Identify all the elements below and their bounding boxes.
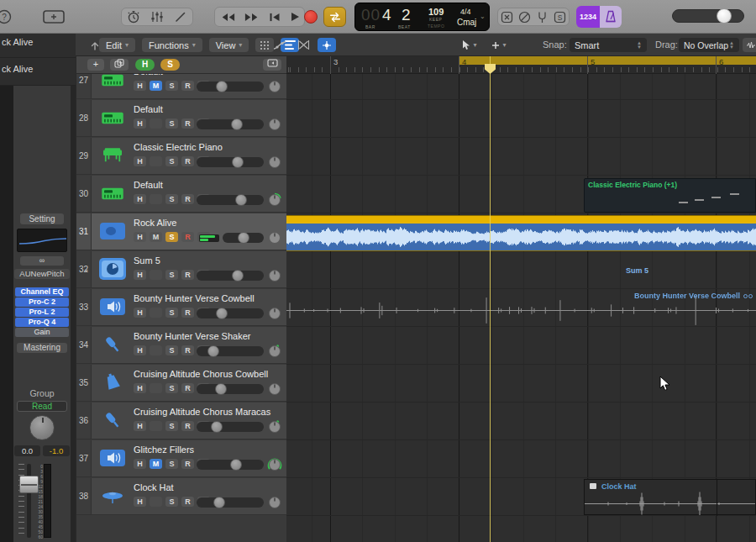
view-menu[interactable]: View▾ <box>209 38 249 52</box>
cycle-button[interactable] <box>323 7 346 27</box>
mute-button[interactable]: M <box>150 497 162 507</box>
track-name[interactable]: Bounty Hunter Verse Cowbell <box>134 293 255 303</box>
track-name[interactable]: Classic Electric Piano <box>134 142 223 152</box>
playhead-marker[interactable] <box>485 64 496 74</box>
track-name[interactable]: Clock Hat <box>134 482 174 492</box>
synth-icon[interactable] <box>99 182 126 204</box>
pan-knob[interactable] <box>29 415 55 440</box>
track-pan-knob[interactable] <box>267 155 282 170</box>
track-name[interactable]: Glitchez Fillers <box>134 445 194 455</box>
drag-dropdown[interactable]: No Overlap ▲▼ <box>679 38 739 52</box>
track-volume-slider[interactable] <box>197 460 264 470</box>
volume-value[interactable]: 0.0 <box>14 445 40 456</box>
track-volume-knob[interactable] <box>207 345 219 357</box>
hide-button[interactable]: H <box>134 459 146 469</box>
track-volume-slider[interactable] <box>197 497 264 508</box>
global-solo-button[interactable]: S <box>160 59 180 71</box>
solo-button[interactable]: S <box>165 383 178 393</box>
synth-icon[interactable] <box>99 107 126 129</box>
track-volume-slider[interactable] <box>223 233 264 243</box>
shaker-icon[interactable] <box>99 334 126 355</box>
hide-button[interactable]: H <box>134 232 146 242</box>
solo-button[interactable]: S <box>165 459 178 469</box>
audio-region-clock-hat[interactable]: Clock Hat <box>584 479 756 515</box>
no-entry-icon[interactable] <box>518 11 531 24</box>
track-name[interactable]: Rock Alive <box>134 218 176 228</box>
track-pan-knob[interactable] <box>267 382 282 397</box>
track-volume-slider[interactable] <box>197 119 264 129</box>
stopwatch-icon[interactable] <box>127 10 140 24</box>
track-pan-knob[interactable] <box>267 79 282 94</box>
record-enable-button[interactable]: R <box>181 194 194 204</box>
eq-thumbnail[interactable] <box>17 229 67 252</box>
record-enable-button[interactable]: R <box>181 118 194 129</box>
epiano-icon[interactable] <box>99 145 126 166</box>
shaker-icon[interactable] <box>99 409 126 431</box>
solo-button[interactable]: S <box>165 232 178 242</box>
mute-button[interactable]: M <box>150 421 162 431</box>
audio-region-rock-alive[interactable] <box>286 216 756 250</box>
record-enable-button[interactable]: R <box>181 345 194 355</box>
plugin-slot-gain[interactable]: Gain <box>15 328 69 337</box>
metronome-button[interactable] <box>600 6 622 28</box>
track-inspector-title[interactable]: ck Alive <box>2 64 33 74</box>
plugin-slot-pro-l-2[interactable]: Pro-L 2 <box>15 308 69 317</box>
flex-button[interactable] <box>294 38 312 52</box>
track-pan-knob[interactable] <box>267 117 282 132</box>
stack-label-sum-5[interactable]: Sum 5 <box>626 266 648 275</box>
record-enable-button[interactable]: R <box>181 421 194 431</box>
solo-button[interactable]: S <box>165 308 178 318</box>
track-pan-knob[interactable] <box>267 344 282 359</box>
record-enable-button[interactable]: R <box>181 270 194 280</box>
cycle-range[interactable] <box>459 56 756 65</box>
cowbell-icon[interactable] <box>99 371 126 393</box>
record-enable-button[interactable]: R <box>181 459 194 469</box>
audio-icon[interactable] <box>99 220 126 242</box>
edit-menu[interactable]: Edit▾ <box>99 38 135 52</box>
record-enable-button[interactable]: R <box>181 383 194 393</box>
track-header-row-35[interactable]: 35Cruising Altitude Chorus CowbellHMSRI <box>76 365 287 402</box>
channel-fader[interactable]: 03691215182124303540455060 <box>18 464 51 538</box>
track-name[interactable]: Cruising Altitude Chorus Cowbell <box>134 369 268 379</box>
track-volume-slider[interactable] <box>197 157 264 167</box>
track-header-row-31[interactable]: 31Rock AliveHMSRI <box>76 213 287 250</box>
automation-mode-button[interactable]: Read <box>17 401 67 412</box>
hide-button[interactable]: H <box>134 345 146 355</box>
track-volume-slider[interactable] <box>197 271 264 281</box>
track-pan-knob[interactable] <box>267 306 282 321</box>
record-enable-button[interactable]: R <box>181 156 194 166</box>
global-hide-button[interactable]: H <box>135 59 155 71</box>
plugin-slot-pro-c-2[interactable]: Pro-C 2 <box>15 297 69 307</box>
fast-forward-button[interactable] <box>244 13 260 22</box>
record-button[interactable] <box>304 10 318 24</box>
rewind-button[interactable] <box>220 13 235 22</box>
track-name[interactable]: Default <box>134 104 163 114</box>
track-volume-slider[interactable] <box>197 82 264 92</box>
track-volume-slider[interactable] <box>197 346 264 356</box>
mute-button[interactable]: M <box>150 383 162 393</box>
solo-button[interactable]: S <box>165 81 178 91</box>
track-volume-knob[interactable] <box>211 421 223 433</box>
track-header-row-28[interactable]: 28DefaultHMSRI <box>76 100 287 137</box>
pitch-plugin-slot[interactable]: AUNewPitch <box>14 269 70 279</box>
speaker-icon[interactable] <box>99 447 126 469</box>
solo-button[interactable]: S <box>165 156 178 166</box>
output-slot[interactable]: Mastering <box>17 343 67 353</box>
solo-button[interactable]: S <box>165 194 178 204</box>
pointer-tool-button[interactable]: ▾ <box>456 38 483 52</box>
lcd-display[interactable]: 00 4 2 BAR BEAT 109 KEEP TEMPO 4/4 Cmaj … <box>354 3 490 31</box>
mute-button[interactable]: M <box>150 81 162 91</box>
fader-cap[interactable] <box>19 476 39 493</box>
region-title-bar[interactable] <box>286 216 756 224</box>
track-name[interactable]: Bounty Hunter Verse Shaker <box>134 331 250 341</box>
record-enable-button[interactable]: R <box>181 81 194 91</box>
mute-button[interactable]: M <box>150 459 162 469</box>
hide-button[interactable]: H <box>134 383 146 393</box>
track-volume-knob[interactable] <box>238 232 249 244</box>
record-enable-button[interactable]: R <box>181 308 194 318</box>
solo-button[interactable]: S <box>165 118 178 129</box>
track-header-row-30[interactable]: 30DefaultHMSRI <box>76 176 287 213</box>
track-volume-slider[interactable] <box>197 422 264 432</box>
region-inspector-title[interactable]: ck Alive <box>2 37 33 47</box>
mute-button[interactable]: M <box>150 118 162 129</box>
